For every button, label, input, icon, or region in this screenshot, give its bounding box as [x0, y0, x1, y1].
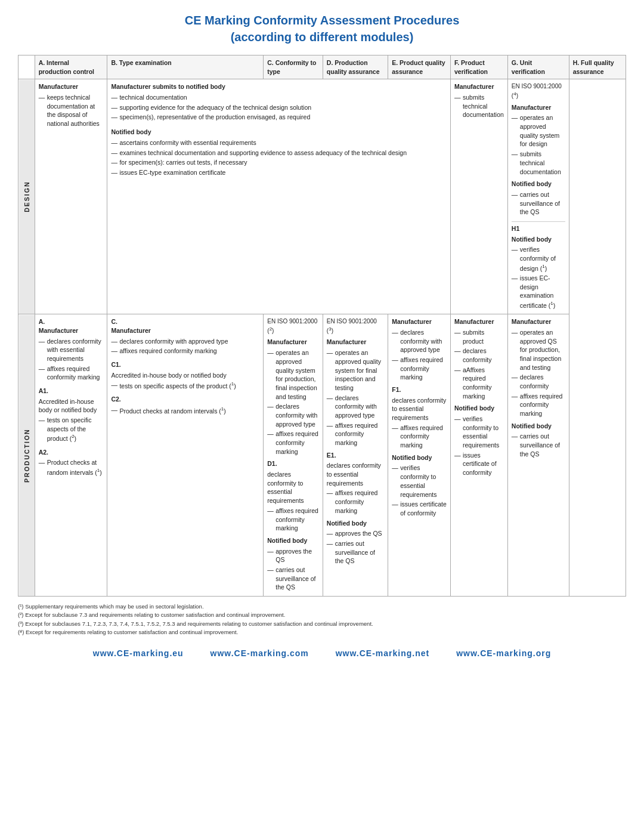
production-F-notified-list: verifies conformity to essential require…	[392, 464, 447, 517]
corner-cell	[18, 55, 35, 79]
production-G-manufacturer-title: Manufacturer	[454, 317, 504, 326]
footer-link-1: www.CE-marking.eu	[93, 648, 184, 658]
production-C: C.Manufacturer declares conformity with …	[107, 314, 264, 597]
production-H-manufacturer-title: Manufacturer	[512, 317, 565, 326]
conformity-table: A. Internal production control B. Type e…	[18, 55, 626, 597]
production-C1-list: tests on specific aspects of the product…	[111, 381, 259, 390]
production-E-manufacturer-list: operates an approved quality system for …	[327, 348, 384, 447]
design-H: EN ISO 9001:2000 (4) Manufacturer operat…	[507, 79, 569, 314]
production-A-manufacturer-list: declares conformity with essential requi…	[39, 337, 104, 382]
footer-link-3: www.CE-marking.net	[336, 648, 430, 658]
production-E1-content: declares conformity to essential require…	[327, 461, 384, 487]
design-H1-title: H1	[512, 224, 565, 233]
production-E1-list: affixes required conformity marking	[327, 489, 384, 515]
col-header-B: B. Type examination	[107, 55, 264, 79]
design-A: Manufacturer keeps technical documentati…	[35, 79, 107, 314]
production-F-notified-title: Notified body	[392, 453, 447, 462]
production-A-manufacturer-title: A.Manufacturer	[39, 317, 104, 335]
production-H-manufacturer-list: operates an approved QS for production, …	[512, 328, 565, 418]
footnote-2: (²) Except for subclause 7.3 and require…	[18, 611, 626, 619]
production-E-notified-list: approves the QS carries out surveillance…	[327, 529, 384, 566]
production-G-manufacturer-list: submits product declares conformity aAff…	[454, 328, 504, 401]
production-G-notified-list: verifies conformity to essential require…	[454, 415, 504, 477]
production-D1-content: declares conformity to essential require…	[267, 470, 319, 505]
production-D: EN ISO 9001:2000 (2) Manufacturer operat…	[264, 314, 323, 597]
production-A1-body-content: Accredited in-house body or notified bod…	[39, 397, 104, 415]
design-G: Manufacturer submits technical documenta…	[450, 79, 507, 314]
production-E1-title: E1.	[327, 451, 384, 460]
production-A2-title: A2.	[39, 448, 104, 457]
production-D-notified-list: approves the QS carries out surveillance…	[267, 547, 319, 592]
col-header-A: A. Internal production control	[35, 55, 107, 79]
production-D-manufacturer-list: operates an approved quality system for …	[267, 348, 319, 456]
production-F: Manufacturer declares conformity with ap…	[388, 314, 451, 597]
production-A1-list: tests on specific aspects of the product…	[39, 416, 104, 443]
design-G-manufacturer-list: submits technical documentation	[454, 93, 504, 119]
production-H-notified-title: Notified body	[512, 422, 565, 431]
design-section-label: DESIGN	[18, 79, 35, 314]
production-section-label: PRODUCTION	[18, 314, 35, 597]
production-E-manufacturer-title: Manufacturer	[327, 338, 384, 347]
production-F-manufacturer-list: declares conformity with approved type a…	[392, 328, 447, 382]
footer-link-2: www.CE-marking.com	[210, 648, 309, 658]
production-C1-content: Accredited in-house body or notified bod…	[111, 371, 259, 380]
col-header-E: E. Product quality assurance	[388, 55, 451, 79]
design-B-manufacturer-list: technical documentation supporting evide…	[111, 93, 447, 122]
footer-links: www.CE-marking.eu www.CE-marking.com www…	[18, 648, 626, 658]
design-H-notified-list: carries out surveillance of the QS	[512, 190, 565, 217]
design-H1-notified-list: verifies conformity of design (1) issues…	[512, 245, 565, 310]
footnotes: (¹) Supplementary requirements which may…	[18, 603, 626, 637]
production-F1-list: affixes required conformity marking	[392, 424, 447, 450]
footer-link-4: www.CE-marking.org	[456, 648, 551, 658]
col-header-G: G. Unit verification	[507, 55, 569, 79]
production-C-manufacturer-list: declares conformity with approved type a…	[111, 337, 259, 356]
col-header-C: C. Conformity to type	[264, 55, 323, 79]
production-D-manufacturer-title: Manufacturer	[267, 338, 319, 347]
production-A2-list: Product checks at random intervals (1)	[39, 458, 104, 477]
production-G-notified-title: Notified body	[454, 404, 504, 413]
page-title: CE Marking Conformity Assessment Procedu…	[18, 12, 626, 45]
col-header-F: F. Product verification	[450, 55, 507, 79]
footnote-1: (¹) Supplementary requirements which may…	[18, 603, 626, 611]
footnote-4: (⁴) Except for requirements relating to …	[18, 628, 626, 637]
production-E: EN ISO 9001:2000 (3) Manufacturer operat…	[323, 314, 388, 597]
design-B-manufacturer-title: Manufacturer submits to notified body	[111, 82, 447, 91]
production-E-notified-title: Notified body	[327, 519, 384, 528]
production-A1-title: A1.	[39, 387, 104, 396]
production-C2-title: C2.	[111, 395, 259, 404]
production-H-notified-list: carries out surveillance of the QS	[512, 432, 565, 458]
design-H-notified-title: Notified body	[512, 180, 565, 189]
production-F1-content: declares conformity to essential require…	[392, 396, 447, 422]
production-D1-title: D1.	[267, 459, 319, 468]
design-G-manufacturer-title: Manufacturer	[454, 82, 504, 91]
production-F-manufacturer-title: Manufacturer	[392, 317, 447, 326]
production-D-notified-title: Notified body	[267, 536, 319, 545]
footnote-3: (³) Except for subclauses 7.1, 7.2.3, 7.…	[18, 620, 626, 628]
design-B-notified-list: ascertains conformity with essential req…	[111, 138, 447, 177]
col-header-H: H. Full quality assurance	[569, 55, 626, 79]
production-D1-list: affixes required conformity marking	[267, 506, 319, 533]
production-F1-title: F1.	[392, 385, 447, 394]
production-C-manufacturer-title: C.Manufacturer	[111, 317, 259, 335]
production-C2-list: Product checks at random intervals (1)	[111, 406, 259, 415]
design-B: Manufacturer submits to notified body te…	[107, 79, 451, 314]
design-B-notified-title: Notified body	[111, 128, 447, 137]
production-E-standard: EN ISO 9001:2000 (3)	[327, 317, 384, 335]
design-A-manufacturer-list: keeps technical documentation at the dis…	[39, 93, 104, 128]
production-C1-title: C1.	[111, 360, 259, 369]
production-G: Manufacturer submits product declares co…	[450, 314, 507, 597]
design-H-manufacturer-title: Manufacturer	[512, 103, 565, 112]
production-A: A.Manufacturer declares conformity with …	[35, 314, 107, 597]
design-H1-notified-title: Notified body	[512, 235, 565, 244]
production-H: Manufacturer operates an approved QS for…	[507, 314, 569, 597]
col-header-D: D. Production quality assurance	[323, 55, 388, 79]
design-H-manufacturer-list: operates an approved quality system for …	[512, 113, 565, 176]
production-D-standard: EN ISO 9001:2000 (2)	[267, 317, 319, 335]
design-H-standard: EN ISO 9001:2000 (4)	[512, 82, 565, 100]
design-A-manufacturer-title: Manufacturer	[39, 82, 104, 91]
